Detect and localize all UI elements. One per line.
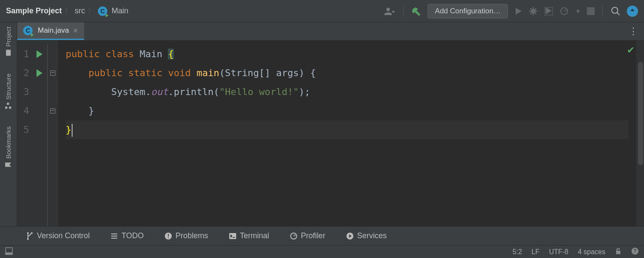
fold-icon[interactable] [50,71,55,76]
text-caret [72,124,73,137]
divider [602,6,603,17]
svg-point-11 [31,232,33,234]
profile-icon[interactable] [559,6,569,16]
code-editor[interactable]: public class Main { public static void m… [58,40,636,226]
stop-icon[interactable] [587,7,595,15]
svg-point-10 [27,238,29,240]
status-line-separator[interactable]: LF [532,248,540,256]
rail-structure[interactable]: Structure [5,74,12,109]
svg-rect-14 [168,237,169,238]
editor-tabstrip: Main.java ✕ ⋮ [17,22,644,40]
svg-rect-13 [168,234,169,236]
tool-services[interactable]: Services [346,231,387,240]
tool-terminal[interactable]: Terminal [229,231,269,240]
svg-text:?: ? [633,248,636,254]
top-actions: Add Configuration… ▼ [383,4,638,18]
run-line-icon[interactable] [36,69,43,77]
svg-rect-6 [6,107,8,109]
coverage-icon[interactable] [544,6,553,16]
line-number[interactable]: 2 [17,64,32,83]
run-icon[interactable] [514,7,522,15]
code-line[interactable]: } [66,120,629,139]
breadcrumb-src[interactable]: src [75,6,85,15]
rail-bookmarks[interactable]: Bookmarks [5,126,12,168]
breadcrumb: Sample Project 〉 src 〉 Main [6,6,128,16]
tool-windows-icon[interactable] [5,247,13,257]
fold-icon[interactable] [50,108,55,114]
close-icon[interactable]: ✕ [73,27,78,35]
inspection-ok-icon[interactable]: ✔ [627,45,635,56]
user-icon[interactable] [383,6,395,16]
chevron-down-icon[interactable]: ▼ [575,8,581,15]
breadcrumb-project[interactable]: Sample Project [6,6,62,15]
run-config-button[interactable]: Add Configuration… [428,4,508,18]
class-icon [98,6,107,16]
line-number[interactable]: 4 [17,101,32,120]
editor-scrollbar[interactable] [636,40,644,226]
status-indent[interactable]: 4 spaces [578,248,605,256]
tool-todo[interactable]: TODO [110,231,144,240]
debug-icon[interactable] [529,6,538,16]
rail-project[interactable]: Project [5,27,12,56]
top-toolbar: Sample Project 〉 src 〉 Main Add Configur… [0,0,644,22]
update-icon[interactable] [627,6,638,17]
help-icon[interactable]: ? [631,247,639,257]
code-line[interactable]: public static void main(String[] args) { [66,64,629,83]
line-number[interactable]: 3 [17,83,32,101]
svg-rect-15 [229,233,236,239]
svg-rect-19 [6,252,12,255]
tool-profiler[interactable]: Profiler [290,231,325,240]
svg-point-9 [27,232,29,234]
status-caret-position[interactable]: 5:2 [513,248,522,256]
tool-vcs[interactable]: Version Control [26,231,90,240]
code-line[interactable]: } [66,101,629,120]
svg-rect-7 [9,107,12,109]
status-encoding[interactable]: UTF-8 [549,248,568,256]
tab-more-icon[interactable]: ⋮ [623,22,644,40]
status-bar: 5:2 LF UTF-8 4 spaces ? [0,245,644,258]
svg-rect-8 [7,103,9,105]
chevron-right-icon: 〉 [64,6,72,16]
svg-rect-5 [6,50,11,56]
chevron-right-icon: 〉 [88,6,95,16]
editor-gutter: 12345 [17,40,58,226]
left-tool-rail: Project Structure Bookmarks [0,22,17,226]
svg-rect-20 [616,251,620,254]
tab-filename: Main.java [38,26,69,35]
run-line-icon[interactable] [36,50,43,58]
class-icon [23,26,33,35]
svg-rect-3 [587,7,595,15]
search-icon[interactable] [611,6,621,16]
line-number[interactable]: 1 [17,45,32,64]
divider [403,6,404,17]
tool-problems[interactable]: Problems [164,231,208,240]
code-line[interactable]: System.out.println("Hello world!"); [66,83,629,101]
line-number[interactable]: 5 [17,120,32,139]
build-hammer-icon[interactable] [411,6,422,16]
readonly-lock-icon[interactable] [615,248,622,256]
bottom-tool-row: Version Control TODO Problems Terminal P… [0,226,644,245]
scrollbar-thumb[interactable] [638,62,643,165]
breadcrumb-main[interactable]: Main [112,6,128,15]
editor-tab-main[interactable]: Main.java ✕ [17,22,84,40]
svg-point-4 [612,7,618,13]
code-line[interactable]: public class Main { [66,45,629,64]
